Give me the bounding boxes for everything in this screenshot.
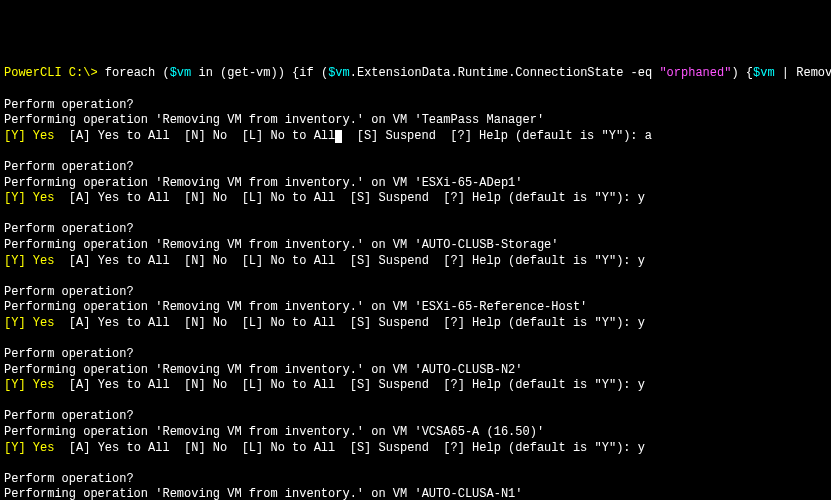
var-vm: $vm [753,66,775,80]
var-vm: $vm [170,66,192,80]
confirm-block: Perform operation?Performing operation '… [4,160,827,207]
confirm-block: Perform operation?Performing operation '… [4,222,827,269]
property-path: .ExtensionData.Runtime.ConnectionState [350,66,624,80]
user-answer: y [638,441,645,455]
option-suspend-help[interactable]: [S] Suspend [?] Help (default is "Y"): [342,129,644,143]
user-answer: y [638,254,645,268]
option-yes[interactable]: [Y] Yes [4,441,54,455]
confirm-block: Perform operation?Performing operation '… [4,285,827,332]
kw-foreach: foreach [105,66,155,80]
perform-question: Perform operation? [4,472,134,486]
option-others[interactable]: [A] Yes to All [N] No [L] No to All [54,316,335,330]
confirm-block: Perform operation?Performing operation '… [4,347,827,394]
performing-line: Performing operation 'Removing VM from i… [4,487,522,500]
option-others[interactable]: [A] Yes to All [N] No [L] No to All [54,378,335,392]
option-others[interactable]: [A] Yes to All [N] No [L] No to All [54,441,335,455]
option-yes[interactable]: [Y] Yes [4,378,54,392]
confirm-block: Perform operation?Performing operation '… [4,409,827,456]
cmdlet-remove-vm: Remove-VM [789,66,831,80]
command-line: PowerCLI C:\> foreach ($vm in (get-vm)) … [4,66,827,82]
option-others[interactable]: [A] Yes to All [N] No [L] No to All [54,254,335,268]
option-suspend-help[interactable]: [S] Suspend [?] Help (default is "Y"): [335,191,637,205]
var-vm: $vm [328,66,350,80]
cmdlet-get-vm: get-vm [227,66,270,80]
kw-if: if [299,66,313,80]
terminal-output[interactable]: PowerCLI C:\> foreach ($vm in (get-vm)) … [4,66,827,500]
user-answer: y [638,378,645,392]
perform-question: Perform operation? [4,98,134,112]
perform-question: Perform operation? [4,285,134,299]
perform-question: Perform operation? [4,222,134,236]
string-orphaned: "orphaned" [652,66,731,80]
option-suspend-help[interactable]: [S] Suspend [?] Help (default is "Y"): [335,378,637,392]
user-answer: y [638,316,645,330]
performing-line: Performing operation 'Removing VM from i… [4,363,522,377]
option-yes[interactable]: [Y] Yes [4,129,54,143]
option-suspend-help[interactable]: [S] Suspend [?] Help (default is "Y"): [335,316,637,330]
prompt-label: PowerCLI C:\> [4,66,105,80]
performing-line: Performing operation 'Removing VM from i… [4,113,544,127]
user-answer: y [638,191,645,205]
perform-question: Perform operation? [4,160,134,174]
confirm-block: Perform operation?Performing operation '… [4,98,827,145]
option-yes[interactable]: [Y] Yes [4,191,54,205]
performing-line: Performing operation 'Removing VM from i… [4,176,522,190]
confirm-block: Perform operation?Performing operation '… [4,472,827,500]
performing-line: Performing operation 'Removing VM from i… [4,238,559,252]
option-suspend-help[interactable]: [S] Suspend [?] Help (default is "Y"): [335,441,637,455]
performing-line: Performing operation 'Removing VM from i… [4,425,544,439]
perform-question: Perform operation? [4,409,134,423]
option-others[interactable]: [A] Yes to All [N] No [L] No to All [54,191,335,205]
option-others[interactable]: [A] Yes to All [N] No [L] No to All [54,129,335,143]
user-answer: a [645,129,652,143]
option-suspend-help[interactable]: [S] Suspend [?] Help (default is "Y"): [335,254,637,268]
option-yes[interactable]: [Y] Yes [4,254,54,268]
perform-question: Perform operation? [4,347,134,361]
performing-line: Performing operation 'Removing VM from i… [4,300,587,314]
option-yes[interactable]: [Y] Yes [4,316,54,330]
